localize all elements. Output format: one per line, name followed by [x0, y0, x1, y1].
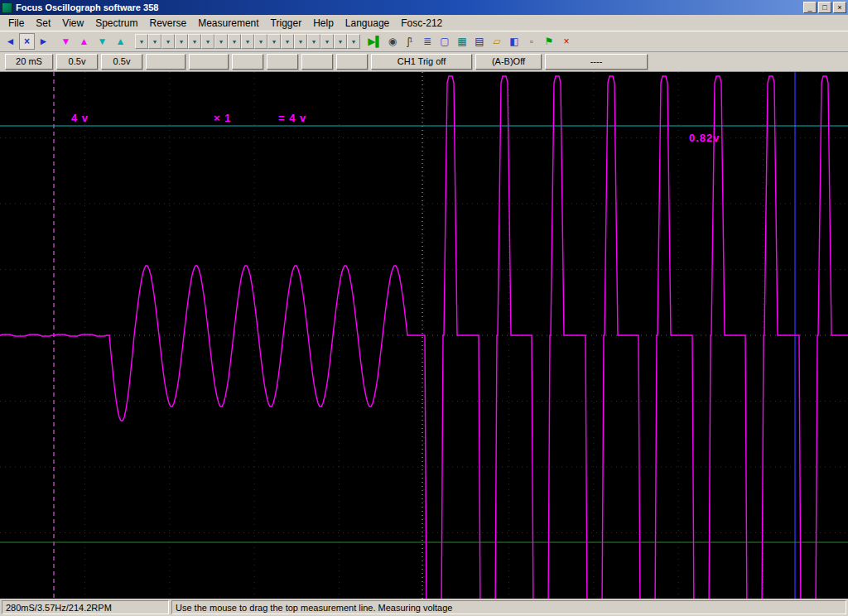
dropdown-button-10[interactable]: ▼	[254, 34, 267, 49]
app-icon	[2, 2, 12, 13]
status-bar: 280mS/3.57Hz/214.2RPM Use the mouse to d…	[0, 599, 848, 616]
menu-item-reverse[interactable]: Reverse	[144, 17, 193, 30]
menu-item-measurement[interactable]: Measurement	[192, 17, 264, 30]
result-scale-label: = 4 v	[278, 112, 306, 124]
title-bar: Focus Oscillograph software 358 _ □ ×	[0, 0, 848, 15]
menu-item-view[interactable]: View	[56, 17, 89, 30]
ch2-volts-button[interactable]: 0.5v	[101, 54, 142, 70]
trigger-button[interactable]: CH1 Trig off	[371, 54, 472, 70]
blank-button-2[interactable]	[189, 54, 229, 70]
blank-button-4[interactable]	[267, 54, 298, 70]
data-list-icon[interactable]: ≣	[419, 33, 436, 50]
multiplier-label: × 1	[214, 112, 231, 124]
close-x-icon[interactable]: ×	[558, 33, 575, 50]
dropdown-button-1[interactable]: ▼	[135, 34, 148, 49]
ch1-scale-label: 4 v	[71, 112, 89, 124]
dropdown-button-16[interactable]: ▼	[334, 34, 347, 49]
dropdown-button-5[interactable]: ▼	[188, 34, 201, 49]
blank-button-3[interactable]	[232, 54, 263, 70]
dropdown-strip: ▼▼▼▼▼▼▼▼▼▼▼▼▼▼▼▼▼	[135, 34, 360, 49]
blank-button-5[interactable]	[301, 54, 333, 70]
minimize-button[interactable]: _	[803, 2, 817, 13]
window-controls: _ □ ×	[803, 2, 846, 13]
toolbar-separator	[361, 33, 366, 50]
dropdown-button-12[interactable]: ▼	[281, 34, 294, 49]
status-readout: 280mS/3.57Hz/214.2RPM	[2, 600, 169, 614]
ch2-position-down-button[interactable]: ▼	[94, 33, 110, 50]
main-toolbar: ◄×► ▼▲▼▲ ▼▼▼▼▼▼▼▼▼▼▼▼▼▼▼▼▼ ▶▌◉ʃ¹≣▢▦▤▱◧▫⚑…	[0, 31, 848, 52]
split-view-icon[interactable]: ◧	[506, 33, 523, 50]
ch1-position-down-button[interactable]: ▼	[58, 33, 74, 50]
record-icon[interactable]: ◉	[384, 33, 401, 50]
dash-button[interactable]: ----	[545, 54, 648, 70]
menu-bar: FileSetViewSpectrumReverseMeasurementTri…	[0, 15, 848, 31]
dropdown-button-7[interactable]: ▼	[214, 34, 228, 49]
panel-icon[interactable]: ▢	[436, 33, 453, 50]
scope-display: 4 v× 1= 4 v0.82v	[0, 72, 848, 599]
timebase-button[interactable]: 20 mS	[5, 54, 53, 70]
grid-icon[interactable]: ▦	[454, 33, 470, 50]
open-folder-icon[interactable]: ▱	[489, 33, 505, 50]
menu-item-language[interactable]: Language	[340, 17, 395, 30]
dropdown-button-15[interactable]: ▼	[320, 34, 334, 49]
nav-back-button[interactable]: ◄	[2, 33, 18, 50]
ch1-volts-button[interactable]: 0.5v	[56, 54, 98, 70]
maximize-button[interactable]: □	[818, 2, 831, 13]
dropdown-button-17[interactable]: ▼	[347, 34, 360, 49]
app-window: Focus Oscillograph software 358 _ □ × Fi…	[0, 0, 848, 616]
nav-forward-button[interactable]: ►	[36, 33, 51, 50]
menu-item-fosc-212[interactable]: Fosc-212	[395, 17, 448, 30]
settings-toolbar: 20 mS0.5v0.5vCH1 Trig off(A-B)Off----	[0, 52, 848, 72]
ch2-position-up-button[interactable]: ▲	[113, 33, 128, 50]
status-message: Use the mouse to drag the top measuremen…	[171, 600, 846, 614]
icon-strip: ▶▌◉ʃ¹≣▢▦▤▱◧▫⚑×	[367, 33, 575, 50]
blank-button-6[interactable]	[336, 54, 368, 70]
menu-item-file[interactable]: File	[2, 17, 30, 30]
menu-item-help[interactable]: Help	[307, 17, 340, 30]
small-grid-icon[interactable]: ▫	[523, 33, 540, 50]
close-button[interactable]: ×	[833, 2, 846, 13]
ab-mode-button[interactable]: (A-B)Off	[475, 54, 542, 70]
menu-item-trigger[interactable]: Trigger	[265, 17, 308, 30]
dropdown-button-3[interactable]: ▼	[161, 34, 175, 49]
xy-toggle-button[interactable]: ×	[19, 33, 35, 50]
dropdown-button-11[interactable]: ▼	[267, 34, 281, 49]
nav-group: ◄×►	[2, 33, 51, 50]
dropdown-button-2[interactable]: ▼	[148, 34, 161, 49]
save-icon[interactable]: ▤	[471, 33, 488, 50]
blank-button-1[interactable]	[146, 54, 186, 70]
menu-item-set[interactable]: Set	[30, 17, 56, 30]
toolbar-separator	[129, 33, 134, 50]
menu-item-spectrum[interactable]: Spectrum	[89, 17, 143, 30]
ch1-position-up-button[interactable]: ▲	[76, 33, 92, 50]
toolbar-separator	[52, 33, 57, 50]
dropdown-button-13[interactable]: ▼	[294, 34, 307, 49]
signal-icon[interactable]: ʃ¹	[402, 33, 418, 50]
dropdown-button-14[interactable]: ▼	[307, 34, 320, 49]
channel-marker-group: ▼▲▼▲	[58, 33, 128, 50]
dropdown-button-8[interactable]: ▼	[228, 34, 241, 49]
window-title: Focus Oscillograph software 358	[16, 2, 800, 12]
ch1-waveform-trace	[0, 76, 848, 599]
measurement-label: 0.82v	[689, 132, 720, 144]
play-pause-icon[interactable]: ▶▌	[367, 33, 383, 50]
dropdown-button-9[interactable]: ▼	[241, 34, 254, 49]
dropdown-button-6[interactable]: ▼	[201, 34, 214, 49]
flag-icon[interactable]: ⚑	[541, 33, 557, 50]
scope-canvas: 4 v× 1= 4 v0.82v	[0, 72, 848, 599]
dropdown-button-4[interactable]: ▼	[175, 34, 188, 49]
